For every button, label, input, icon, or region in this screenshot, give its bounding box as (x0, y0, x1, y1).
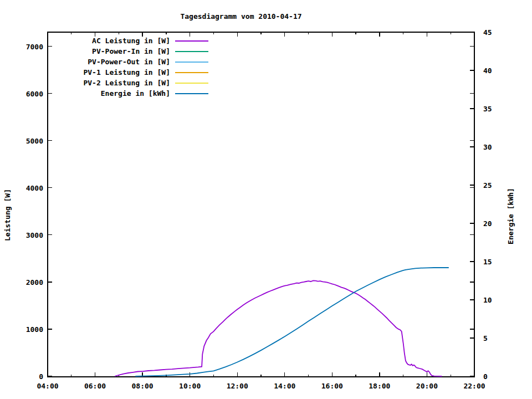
legend-line-sample (175, 62, 208, 63)
legend-label: PV-2 Leistung in [W] (50, 79, 170, 87)
legend-row: PV-1 Leistung in [W] (50, 67, 208, 78)
legend-row: AC Leistung in [W] (50, 35, 208, 46)
x-tick-label: 04:00 (31, 382, 64, 390)
y-left-tick-label: 0 (10, 373, 43, 380)
x-tick-label: 18:00 (363, 382, 396, 390)
x-tick-label: 08:00 (126, 382, 159, 390)
legend: AC Leistung in [W]PV-Power-In in [W]PV-P… (50, 35, 208, 99)
legend-line-sample (175, 93, 208, 94)
y-right-tick-label: 25 (483, 182, 505, 189)
legend-line-sample (175, 72, 208, 73)
y-right-tick-label: 15 (483, 258, 505, 265)
y-right-tick-label: 45 (483, 29, 505, 36)
y-left-tick-label: 7000 (10, 43, 43, 50)
legend-line-sample (175, 51, 208, 52)
y-left-tick-label: 5000 (10, 137, 43, 145)
y-right-tick-label: 10 (483, 296, 505, 304)
x-tick-label: 10:00 (173, 382, 207, 390)
x-tick-label: 22:00 (458, 382, 491, 390)
y-left-tick-label: 2000 (10, 279, 43, 286)
legend-label: PV-Power-Out in [W] (50, 58, 170, 66)
x-tick-label: 16:00 (315, 382, 349, 390)
x-tick-label: 06:00 (79, 382, 112, 390)
legend-line-sample (175, 83, 208, 84)
y-left-tick-label: 1000 (10, 326, 43, 333)
y-right-tick-label: 20 (483, 220, 505, 227)
y-right-tick-label: 5 (483, 335, 505, 342)
x-tick-label: 14:00 (268, 382, 301, 390)
legend-row: PV-2 Leistung in [W] (50, 78, 208, 88)
y-left-tick-label: 3000 (10, 232, 43, 239)
x-tick-label: 12:00 (221, 382, 254, 390)
legend-row: Energie in [kWh] (50, 88, 208, 99)
legend-label: PV-1 Leistung in [W] (50, 68, 170, 76)
y-left-tick-label: 6000 (10, 90, 43, 98)
chart-title: Tagesdiagramm vom 2010-04-17 (180, 12, 301, 21)
y-right-tick-label: 40 (483, 67, 505, 74)
x-tick-label: 20:00 (410, 382, 443, 390)
y-right-axis-label: Energie [kWh] (507, 188, 515, 244)
day-diagram-chart: Tagesdiagramm vom 2010-04-17 Leistung [W… (0, 0, 532, 399)
legend-label: PV-Power-In in [W] (50, 47, 170, 55)
legend-line-sample (175, 40, 208, 42)
y-left-tick-label: 4000 (10, 185, 43, 192)
y-right-tick-label: 35 (483, 105, 505, 112)
legend-row: PV-Power-In in [W] (50, 46, 208, 57)
series-curve-ac-leistung-in-w (115, 280, 442, 376)
legend-label: Energie in [kWh] (50, 89, 170, 98)
y-right-tick-label: 30 (483, 144, 505, 151)
y-right-tick-label: 0 (483, 373, 505, 380)
legend-row: PV-Power-Out in [W] (50, 57, 208, 67)
legend-label: AC Leistung in [W] (50, 37, 170, 45)
